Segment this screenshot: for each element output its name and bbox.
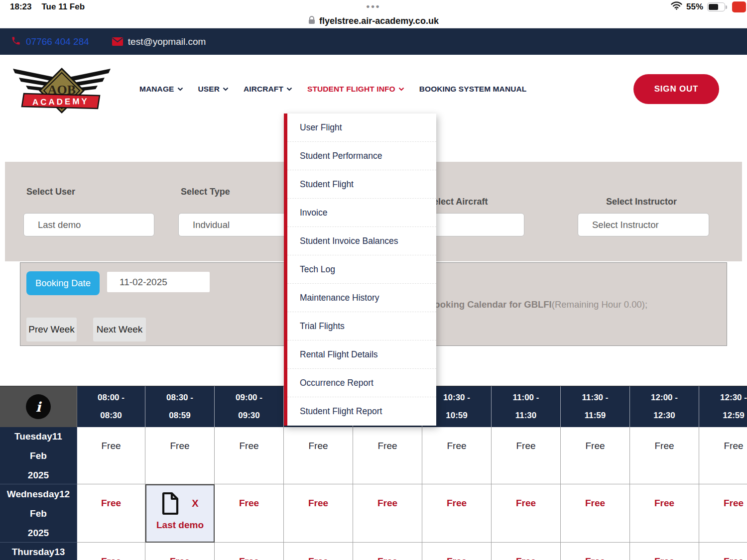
- free-slot[interactable]: Free: [561, 427, 630, 484]
- free-slot[interactable]: Free: [145, 427, 215, 484]
- nav-item-booking-system-manual[interactable]: BOOKING SYSTEM MANUAL: [419, 85, 527, 94]
- logo-text: ACADEMY: [32, 97, 89, 107]
- cancel-booking-x[interactable]: X: [192, 498, 198, 509]
- free-slot[interactable]: Free: [630, 543, 699, 560]
- dropdown-item-student-invoice-balances[interactable]: Student Invoice Balances: [287, 227, 436, 255]
- free-slot[interactable]: Free: [77, 484, 145, 543]
- document-icon[interactable]: [161, 492, 180, 515]
- select-user-input[interactable]: Last demo: [23, 213, 154, 236]
- calendar-body: Tuesday11Feb2025FreeFreeFreeFreeFreeFree…: [0, 427, 747, 560]
- free-slot[interactable]: Free: [630, 484, 699, 543]
- wifi-icon: [671, 1, 682, 12]
- free-slot[interactable]: Free: [699, 543, 747, 560]
- free-slot[interactable]: Free: [561, 543, 630, 560]
- dropdown-item-rental-flight-details[interactable]: Rental Flight Details: [287, 340, 436, 369]
- dropdown-item-student-flight[interactable]: Student Flight: [287, 170, 436, 199]
- booking-name[interactable]: Last demo: [146, 520, 214, 531]
- dropdown-item-trial-flights[interactable]: Trial Flights: [287, 312, 436, 340]
- dropdown-item-invoice[interactable]: Invoice: [287, 199, 436, 227]
- email-link[interactable]: test@yopmail.com: [128, 36, 206, 47]
- free-slot[interactable]: Free: [492, 543, 561, 560]
- prev-week-button[interactable]: Prev Week: [26, 318, 77, 341]
- dropdown-item-user-flight[interactable]: User Flight: [287, 113, 436, 142]
- calendar-row-tuesday11: Tuesday11Feb2025FreeFreeFreeFreeFreeFree…: [0, 427, 747, 484]
- nav-item-label: BOOKING SYSTEM MANUAL: [419, 85, 527, 94]
- battery-percent: 55%: [686, 2, 703, 12]
- top-contact-bar: 07766 404 284 test@yopmail.com: [0, 28, 747, 55]
- screen-indicator: [732, 1, 746, 12]
- nav-item-student-flight-info[interactable]: STUDENT FLIGHT INFO: [307, 85, 404, 94]
- calendar-row-thursday13: Thursday13Feb2025FreeFreeFreeFreeFreeFre…: [0, 543, 747, 560]
- free-slot[interactable]: Free: [77, 543, 145, 560]
- time-slot-header-09-00-09-30: 09:00 -09:30: [215, 386, 284, 427]
- select-aircraft-label: Select Aircraft: [427, 197, 488, 207]
- phone-number-link[interactable]: 07766 404 284: [26, 36, 89, 47]
- time-slot-header-08-30-08-59: 08:30 -08:59: [145, 386, 215, 427]
- nav-item-user[interactable]: USER: [198, 85, 229, 94]
- academy-logo[interactable]: AOB ACADEMY: [9, 63, 115, 117]
- booking-date-input[interactable]: 11-02-2025: [107, 272, 210, 292]
- free-slot[interactable]: Free: [699, 484, 747, 543]
- clock: 18:23: [10, 2, 31, 12]
- nav-item-aircraft[interactable]: AIRCRAFT: [244, 85, 292, 94]
- page: 18:23 Tue 11 Feb ••• 55% flyelstree.air-…: [0, 0, 747, 560]
- battery-icon: [707, 2, 725, 11]
- free-slot[interactable]: Free: [492, 427, 561, 484]
- next-week-button[interactable]: Next Week: [93, 318, 146, 341]
- nav-item-label: MANAGE: [139, 85, 174, 94]
- dropdown-item-maintenance-history[interactable]: Maintenance History: [287, 284, 436, 312]
- nav-item-label: AIRCRAFT: [244, 85, 283, 94]
- dropdown-item-student-flight-report[interactable]: Student Flight Report: [287, 397, 436, 426]
- chevron-down-icon: [177, 87, 183, 91]
- info-icon[interactable]: i: [26, 394, 51, 419]
- nav-item-label: STUDENT FLIGHT INFO: [307, 85, 395, 94]
- booking-calendar-caption: Booking Calendar for GBLFI(Remaining Hou…: [428, 299, 647, 310]
- free-slot[interactable]: Free: [422, 543, 492, 560]
- calendar-row-wednesday12: Wednesday12Feb2025FreeXLast demoFreeFree…: [0, 484, 747, 543]
- phone-icon: [11, 36, 21, 48]
- free-slot[interactable]: Free: [492, 484, 561, 543]
- free-slot[interactable]: Free: [699, 427, 747, 484]
- free-slot[interactable]: Free: [422, 484, 492, 543]
- select-instructor-label: Select Instructor: [606, 197, 677, 207]
- free-slot[interactable]: Free: [353, 543, 422, 560]
- free-slot[interactable]: Free: [77, 427, 145, 484]
- calendar-caption-bold: Booking Calendar for GBLFI: [428, 299, 552, 310]
- sign-out-button[interactable]: SIGN OUT: [633, 74, 719, 104]
- free-slot[interactable]: Free: [284, 427, 353, 484]
- calendar-caption-rest: (Remaining Hour 0.00);: [552, 299, 647, 310]
- free-slot[interactable]: Free: [215, 484, 284, 543]
- day-cell: Tuesday11Feb2025: [0, 427, 77, 484]
- select-instructor-input[interactable]: Select Instructor: [578, 213, 709, 236]
- free-slot[interactable]: Free: [215, 543, 284, 560]
- browser-address-bar[interactable]: flyelstree.air-academy.co.uk: [0, 14, 747, 28]
- dropdown-item-occurrence-report[interactable]: Occurrence Report: [287, 369, 436, 397]
- free-slot[interactable]: Free: [630, 427, 699, 484]
- time-slot-header-11-00-11-30: 11:00 -11:30: [492, 386, 561, 427]
- nav-item-manage[interactable]: MANAGE: [139, 85, 183, 94]
- booked-slot[interactable]: XLast demo: [145, 484, 215, 543]
- select-aircraft-input[interactable]: [421, 213, 524, 236]
- time-slot-header-12-30-12-59: 12:30 -12:59: [699, 386, 747, 427]
- free-slot[interactable]: Free: [284, 543, 353, 560]
- dropdown-item-tech-log[interactable]: Tech Log: [287, 255, 436, 284]
- time-slot-header-12-00-12-30: 12:00 -12:30: [630, 386, 699, 427]
- info-header-cell: i: [0, 386, 77, 427]
- multitask-dots-icon[interactable]: •••: [367, 1, 381, 12]
- day-cell: Wednesday12Feb2025: [0, 484, 77, 543]
- student-flight-info-dropdown: User FlightStudent PerformanceStudent Fl…: [284, 113, 436, 426]
- booking-date-button[interactable]: Booking Date: [26, 271, 100, 295]
- ios-status-bar: 18:23 Tue 11 Feb ••• 55%: [0, 0, 747, 14]
- free-slot[interactable]: Free: [145, 543, 215, 560]
- time-slot-header-11-30-11-59: 11:30 -11:59: [561, 386, 630, 427]
- select-user-label: Select User: [26, 187, 75, 197]
- free-slot[interactable]: Free: [353, 427, 422, 484]
- chevron-down-icon: [223, 87, 229, 91]
- free-slot[interactable]: Free: [561, 484, 630, 543]
- free-slot[interactable]: Free: [284, 484, 353, 543]
- free-slot[interactable]: Free: [422, 427, 492, 484]
- free-slot[interactable]: Free: [353, 484, 422, 543]
- dropdown-item-student-performance[interactable]: Student Performance: [287, 142, 436, 170]
- free-slot[interactable]: Free: [215, 427, 284, 484]
- time-slot-header-08-00-08-30: 08:00 -08:30: [77, 386, 145, 427]
